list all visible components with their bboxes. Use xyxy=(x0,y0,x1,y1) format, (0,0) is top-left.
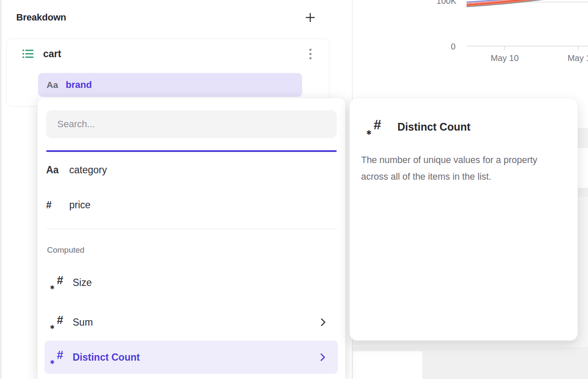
selected-property-name: brand xyxy=(66,79,92,90)
card-menu-button[interactable] xyxy=(306,48,315,60)
computed-section-label: Computed xyxy=(46,245,337,256)
x-axis-tick-may17: May 17 xyxy=(567,54,588,62)
computed-number-icon: # ✱ xyxy=(50,275,63,290)
dropdown-item-distinct-count[interactable]: # ✱ Distinct Count xyxy=(44,341,338,374)
breakdown-title: Breakdown xyxy=(16,12,66,23)
breakdown-card: cart Aa brand xyxy=(6,38,329,107)
dropdown-divider xyxy=(46,229,337,229)
y-axis-tick-100k: 100K xyxy=(414,0,456,5)
selected-item-indicator xyxy=(46,150,337,152)
breakdown-header: Breakdown xyxy=(16,11,336,24)
search-input[interactable] xyxy=(46,110,337,138)
chevron-right-icon xyxy=(320,353,325,362)
string-type-icon: Aa xyxy=(46,164,61,176)
y-axis-tick-0: 0 xyxy=(413,42,456,51)
x-axis-tick-may10: May 10 xyxy=(488,54,522,62)
property-dropdown: Aa category # price Computed # ✱ Size # … xyxy=(38,98,345,379)
computed-number-icon: # ✱ xyxy=(367,118,381,136)
dropdown-item-sum[interactable]: # ✱ Sum xyxy=(46,310,337,334)
cart-label: cart xyxy=(43,48,306,60)
dropdown-item-label: category xyxy=(69,164,337,176)
add-breakdown-button[interactable] xyxy=(304,12,316,23)
dropdown-item-price[interactable]: # price xyxy=(46,193,337,217)
selected-property-pill[interactable]: Aa brand xyxy=(38,73,302,97)
dropdown-item-category[interactable]: Aa category xyxy=(46,158,337,182)
table-cell xyxy=(353,351,422,379)
dropdown-item-label: Distinct Count xyxy=(73,352,320,363)
computed-number-icon: # ✱ xyxy=(50,315,63,330)
distinct-count-tooltip: # ✱ Distinct Count The number of unique … xyxy=(350,98,578,341)
line-chart xyxy=(352,0,588,68)
list-icon xyxy=(22,48,34,60)
panel-edge xyxy=(0,0,3,379)
chevron-right-icon xyxy=(320,318,326,327)
cart-row[interactable]: cart xyxy=(22,47,317,60)
tooltip-description: The number of unique values for a proper… xyxy=(361,152,563,185)
dropdown-item-label: Sum xyxy=(73,317,320,328)
dropdown-item-label: price xyxy=(69,199,337,211)
ellipsis-icon xyxy=(309,49,312,51)
dropdown-item-label: Size xyxy=(73,277,326,289)
number-type-icon: # xyxy=(46,199,61,211)
string-type-icon: Aa xyxy=(47,80,58,90)
dropdown-item-size[interactable]: # ✱ Size xyxy=(46,271,337,294)
tooltip-header: # ✱ Distinct Count xyxy=(367,118,565,136)
computed-number-icon: # ✱ xyxy=(50,350,63,365)
plus-icon xyxy=(305,12,316,23)
tooltip-title: Distinct Count xyxy=(397,121,470,133)
